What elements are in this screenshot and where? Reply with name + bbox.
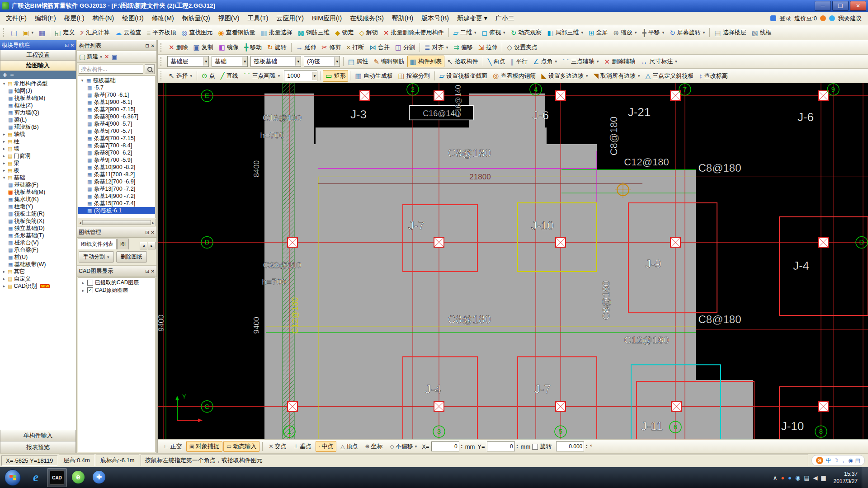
nav-tree-item-0[interactable]: ▾▤常用构件类型	[0, 80, 76, 87]
tray-icon-5[interactable]: ◀	[813, 475, 818, 481]
nav-tree-item-18[interactable]: ▦筏板主筋(R)	[0, 210, 76, 217]
collapse-all-icon[interactable]: ━	[10, 72, 14, 78]
nav-tree-item-10[interactable]: ▸▤门窗洞	[0, 152, 76, 160]
rotate-spinner[interactable]: ▴▾	[586, 444, 587, 449]
horizontal-scrollbar[interactable]: ◂ ▸	[78, 219, 156, 226]
main-button-18[interactable]: ↻动态观察	[508, 27, 545, 38]
close-icon[interactable]: ✕	[151, 230, 155, 235]
component-item-11[interactable]: ▦条基10[900 -8.2]	[78, 164, 155, 171]
main-button-26[interactable]: ▧线框	[749, 27, 774, 38]
menu-item-8[interactable]: 视图(V)	[214, 13, 244, 24]
dropdown-arrow[interactable]: ▾	[312, 72, 317, 80]
show-desktop-button[interactable]	[862, 467, 868, 488]
draw-input-button[interactable]: 绘图输入	[0, 61, 76, 71]
nav-tree-item-3[interactable]: ▦框柱(Z)	[0, 102, 76, 109]
main-button-13[interactable]: ◇解锁	[356, 27, 381, 38]
main-button-10[interactable]: ▥批量选择	[258, 27, 295, 38]
internet-explorer-icon[interactable]: e	[26, 468, 45, 486]
context-combo-3[interactable]: (3)筏▾	[304, 56, 340, 67]
draw-grip[interactable]	[160, 71, 164, 80]
draw-combo-5[interactable]: 1000▾	[284, 70, 317, 81]
snap-mode-0[interactable]: ✕交点	[265, 441, 289, 452]
draw-button-4[interactable]: ⌒三点画弧▾	[241, 70, 283, 82]
scroll-left-icon[interactable]: ◂	[79, 221, 81, 225]
main-grip[interactable]	[3, 28, 6, 37]
nav-tree-item-24[interactable]: ▦桩(U)	[0, 253, 76, 261]
draw-button-3[interactable]: ╱直线	[218, 70, 241, 82]
nav-tree-item-5[interactable]: ▦梁(L)	[0, 116, 76, 123]
nav-tree-item-28[interactable]: ▸▤CAD识别NEW	[0, 282, 76, 290]
new-component-button[interactable]: ▢ 新建 ▾	[79, 53, 102, 61]
menu-item-2[interactable]: 编辑(E)	[31, 13, 60, 24]
main-button-4[interactable]: ◱定义	[52, 27, 77, 38]
menu-item-1[interactable]: 文件(F)	[2, 13, 31, 24]
expander-icon[interactable]: ▸	[2, 132, 6, 136]
edit-button-2[interactable]: ◧镜像	[216, 42, 241, 53]
component-item-0[interactable]: ▦-5.7	[78, 84, 155, 91]
dropdown-arrow[interactable]: ▾	[295, 57, 301, 66]
context-combo-2[interactable]: 筏板基础▾	[250, 56, 301, 67]
main-new-file[interactable]: ▢	[8, 28, 20, 38]
edit-button-14[interactable]: ⇲拉伸	[476, 42, 500, 53]
context-combo-1[interactable]: 基础▾	[212, 56, 248, 67]
edit-button-10[interactable]: ◫分割	[392, 42, 418, 53]
component-item-4[interactable]: ▦条基3[900 -6.367]	[78, 113, 155, 120]
ime-icon-2[interactable]: ，	[840, 457, 846, 465]
nav-tree-item-4[interactable]: ▦剪力墙(Q)	[0, 109, 76, 116]
minimize-button[interactable]: ─	[815, 1, 831, 11]
main-button-6[interactable]: ☁云检查	[113, 27, 144, 38]
expander-icon[interactable]: ▾	[2, 81, 6, 86]
nav-tree-item-20[interactable]: ▦独立基础(D)	[0, 225, 76, 232]
snap-toggle-0[interactable]: ∟正交	[160, 441, 185, 452]
expand-all-icon[interactable]: ✚	[3, 72, 7, 78]
launcher-icon[interactable]: ✚	[90, 468, 108, 486]
edit-button-4[interactable]: ↻旋转	[264, 42, 289, 53]
pin-icon[interactable]: ⊡	[145, 43, 149, 48]
cad-layer-item-0[interactable]: ▸已提取的CAD图层	[78, 279, 155, 286]
nav-tree-item-12[interactable]: ▸▤板	[0, 167, 76, 174]
login-label[interactable]: 登录	[779, 14, 791, 23]
main-button-22[interactable]: ╋平移▾	[640, 27, 667, 38]
cad-app-icon[interactable]: CAD	[47, 468, 67, 487]
close-icon[interactable]: ✕	[71, 43, 74, 48]
main-button-11[interactable]: ▩钢筋三维	[295, 27, 332, 38]
menu-item-4[interactable]: 构件(N)	[89, 13, 118, 24]
menu-item-5[interactable]: 绘图(D)	[118, 13, 147, 24]
edit-button-1[interactable]: ▣复制	[191, 42, 216, 53]
close-button[interactable]: ✕	[850, 1, 866, 11]
expander-icon[interactable]: ▸	[2, 277, 6, 281]
ime-icon-1[interactable]: ☽	[833, 457, 838, 464]
main-button-9[interactable]: ◉查看钢筋量	[215, 27, 258, 38]
nav-tree-item-27[interactable]: ▸▤自定义	[0, 275, 76, 282]
draw-button-16[interactable]: △三点定义斜筏板	[643, 70, 697, 82]
nav-tree-item-9[interactable]: ▸▤墙	[0, 145, 76, 152]
component-item-1[interactable]: ▦条基[700 -6.1]	[78, 91, 155, 99]
snap-toggle-1[interactable]: ▣对象捕捉	[186, 441, 222, 452]
main-button-19[interactable]: ◧局部三维▾	[544, 27, 586, 38]
component-item-15[interactable]: ▦条基14[900 -7.2]	[78, 192, 155, 200]
component-item-16[interactable]: ▦条基15[700 -7.4]	[78, 200, 155, 207]
nav-tree-item-11[interactable]: ▸▤梁	[0, 160, 76, 167]
nav-tree-item-1[interactable]: ▦轴网(J)	[0, 87, 76, 94]
main-button-20[interactable]: ⊞全屏	[586, 27, 611, 38]
nav-tree-item-13[interactable]: ▾▤基础	[0, 174, 76, 181]
component-search-input[interactable]: 搜索构件...	[79, 65, 143, 74]
expander-icon[interactable]: ▾	[80, 78, 85, 83]
main-button-7[interactable]: ≡平齐板顶	[144, 27, 179, 38]
draw-button-7[interactable]: ▭矩形	[323, 70, 348, 82]
draw-button-15[interactable]: ◥取消所有边坡▾	[591, 70, 643, 82]
drawing-tab-1[interactable]: 图	[117, 239, 129, 249]
context-button-10[interactable]: ╲两点	[485, 56, 508, 67]
component-tree-root[interactable]: ▾▦筏板基础	[78, 77, 155, 84]
pin-icon[interactable]: ⊡	[65, 43, 68, 48]
menu-item-13[interactable]: 帮助(H)	[388, 13, 417, 24]
nav-tree-item-19[interactable]: ▦筏板负筋(X)	[0, 217, 76, 225]
nav-tree-item-8[interactable]: ▸▤柱	[0, 138, 76, 145]
menu-item-14[interactable]: 版本号(B)	[417, 13, 453, 24]
drawing-tab-0[interactable]: 图纸文件列表	[78, 239, 117, 249]
expander-icon[interactable]: ▸	[2, 284, 6, 288]
maximize-button[interactable]: ❑	[832, 1, 849, 11]
context-button-11[interactable]: ∥平行	[508, 56, 531, 67]
main-button-21[interactable]: ⊕缩放▾	[611, 27, 640, 38]
edit-button-13[interactable]: ⇉偏移	[451, 42, 476, 53]
